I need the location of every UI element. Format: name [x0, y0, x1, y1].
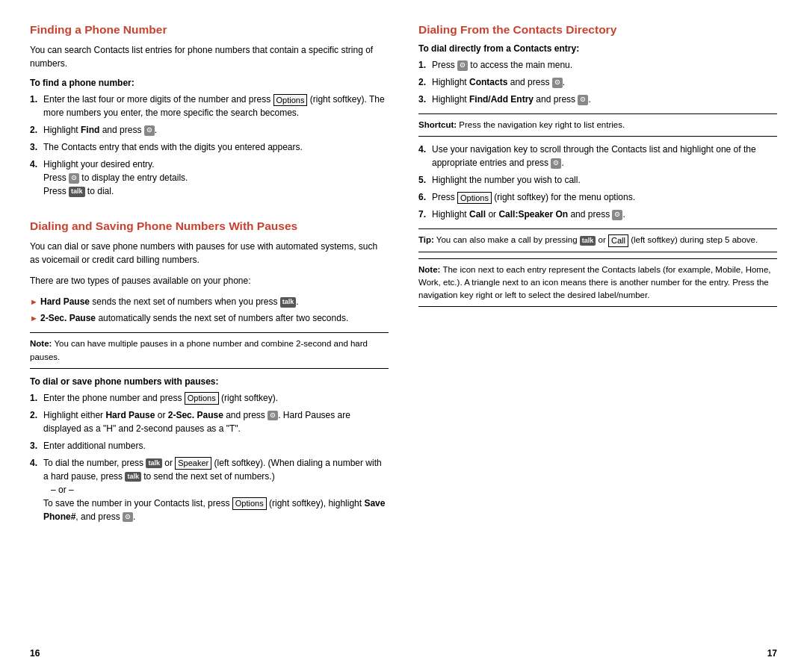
talk-icon-hard: talk: [280, 297, 297, 308]
pause-step-1: 1. Enter the phone number and press Opti…: [30, 391, 389, 405]
options-btn-d6: Options: [457, 192, 492, 204]
pause-step-3: 3. Enter additional numbers.: [30, 439, 389, 452]
nav-icon-d1: ⊙: [457, 60, 468, 71]
finding-steps-list: 1. Enter the last four or more digits of…: [30, 93, 389, 198]
dialing-step-4: 4. Use your navigation key to scroll thr…: [418, 143, 777, 169]
nav-icon-p2: ⊙: [268, 411, 278, 421]
dialing-step-6: 6. Press Options (right softkey) for the…: [418, 190, 777, 204]
nav-icon-p4c: ⊙: [123, 512, 133, 523]
shortcut-box: Shortcut: Press the navigation key right…: [418, 113, 777, 137]
options-btn-p1: Options: [185, 392, 219, 404]
call-btn-tip: Call: [608, 234, 628, 246]
section-dialing-contacts: Dialing From the Contacts Directory To d…: [418, 22, 777, 314]
note-contacts: Note: The icon next to each entry repres…: [418, 258, 777, 308]
section-title-finding: Finding a Phone Number: [30, 22, 389, 37]
talk-icon-p4b: talk: [125, 472, 141, 482]
nav-icon-d3: ⊙: [578, 95, 588, 105]
section-title-dialing: Dialing From the Contacts Directory: [418, 22, 777, 37]
dialing-steps-list-2: 4. Use your navigation key to scroll thr…: [418, 143, 777, 221]
section-intro-pauses2: There are two types of pauses available …: [30, 274, 389, 287]
subsection-find-label: To find a phone number:: [30, 78, 389, 88]
finding-step-1: 1. Enter the last four or more digits of…: [30, 93, 389, 119]
pause-types-list: ► Hard Pause sends the next set of numbe…: [30, 295, 389, 325]
section-title-pauses: Dialing and Saving Phone Numbers With Pa…: [30, 219, 389, 234]
finding-step-3: 3. The Contacts entry that ends with the…: [30, 140, 389, 154]
section-intro-finding: You can search Contacts list entries for…: [30, 43, 389, 70]
pause-step-4: 4. To dial the number, press talk or Spe…: [30, 456, 389, 523]
pause-steps-list: 1. Enter the phone number and press Opti…: [30, 391, 389, 523]
talk-icon-4b: talk: [69, 187, 85, 197]
talk-icon-p4a: talk: [146, 458, 162, 469]
page-number-left: 16: [30, 648, 40, 659]
finding-step-4: 4. Highlight your desired entry. Press ⊙…: [30, 158, 389, 198]
dialing-step-5: 5. Highlight the number you wish to call…: [418, 173, 777, 187]
subsection-dial-save-label: To dial or save phone numbers with pause…: [30, 376, 389, 387]
talk-icon-tip: talk: [580, 236, 596, 246]
section-intro-pauses: You can dial or save phone numbers with …: [30, 240, 389, 267]
section-finding-phone: Finding a Phone Number You can search Co…: [30, 22, 389, 205]
nav-icon-2: ⊙: [144, 125, 155, 136]
pause-type-2sec: ► 2-Sec. Pause automatically sends the n…: [30, 311, 389, 325]
nav-icon-d4: ⊙: [551, 158, 561, 169]
nav-icon-d2: ⊙: [552, 78, 563, 88]
pause-type-hard: ► Hard Pause sends the next set of numbe…: [30, 295, 389, 308]
nav-icon-d7: ⊙: [612, 210, 622, 220]
dialing-step-1: 1. Press ⊙ to access the main menu.: [418, 58, 777, 72]
page-number-right: 17: [767, 648, 777, 659]
tip-box: Tip: You can also make a call by pressin…: [418, 228, 777, 252]
right-column: Dialing From the Contacts Directory To d…: [418, 22, 777, 650]
section-pauses: Dialing and Saving Phone Numbers With Pa…: [30, 219, 389, 531]
pause-step-2: 2. Highlight either Hard Pause or 2-Sec.…: [30, 408, 389, 435]
finding-step-2: 2. Highlight Find and press ⊙.: [30, 123, 389, 137]
dialing-step-3: 3. Highlight Find/Add Entry and press ⊙.: [418, 93, 777, 106]
dialing-step-2: 2. Highlight Contacts and press ⊙.: [418, 75, 777, 89]
note-pauses: Note: You can have multiple pauses in a …: [30, 332, 389, 369]
dialing-step-7: 7. Highlight Call or Call:Speaker On and…: [418, 208, 777, 221]
options-btn-p4: Options: [232, 497, 267, 509]
left-column: Finding a Phone Number You can search Co…: [30, 22, 389, 650]
subsection-dial-contacts-label: To dial directly from a Contacts entry:: [418, 43, 777, 54]
speaker-btn-p4: Speaker: [175, 457, 211, 469]
dialing-steps-list: 1. Press ⊙ to access the main menu. 2. H…: [418, 58, 777, 106]
nav-icon-4a: ⊙: [69, 173, 79, 184]
options-btn-1: Options: [273, 94, 308, 106]
